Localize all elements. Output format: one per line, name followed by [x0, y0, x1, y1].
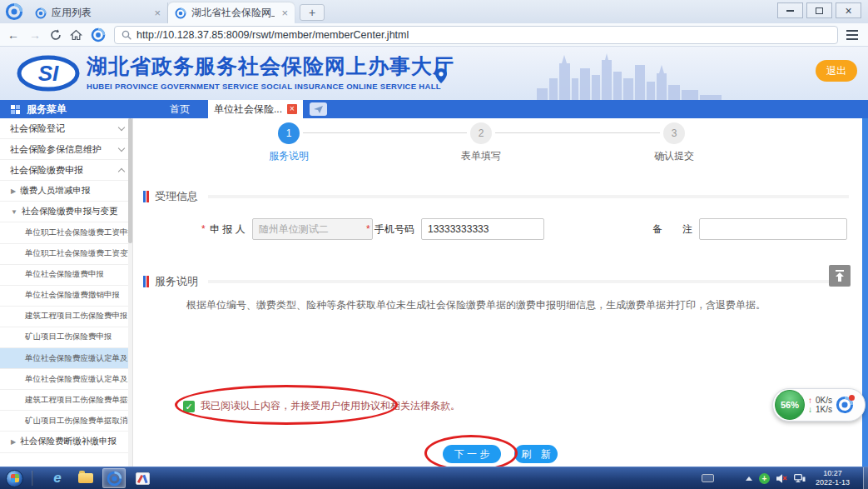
sidebar-item[interactable]: 社会保险缴费申报	[0, 160, 132, 181]
portal-subtitle: HUBEI PROVINCE GOVERNMENT SERVICE SOCIAL…	[87, 82, 454, 91]
refresh-icon[interactable]	[50, 29, 62, 41]
tray-time: 10:27	[816, 469, 850, 478]
sidebar-item[interactable]: 单位职工社会保险缴费工资变更申报	[0, 244, 132, 265]
main-content: 1服务说明2表单填写3确认提交 受理信息 * 申 报 人 * 手机号码 备 注 …	[133, 118, 862, 467]
refresh-button[interactable]: 刷 新	[514, 445, 558, 463]
home-icon[interactable]	[70, 29, 82, 41]
new-tab-button[interactable]: +	[300, 4, 325, 21]
menu-grid-icon	[11, 105, 20, 114]
sidebar-item-label: 单位职工社会保险缴费工资申报	[25, 227, 133, 238]
speed-ball-widget[interactable]: 56% ↑ ↓ 0K/s 1K/s	[772, 388, 866, 422]
section-divider	[208, 280, 849, 283]
tray-expand-icon[interactable]	[746, 477, 752, 481]
field-remark: 备 注	[644, 218, 847, 240]
tray-date: 2022-1-13	[816, 478, 850, 487]
memory-percent: 56%	[781, 400, 799, 410]
next-step-button[interactable]: 下 一 步	[443, 445, 501, 463]
browser-tab-active[interactable]: 湖北省社会保险网上办.. ×	[168, 2, 295, 23]
sidebar-item[interactable]: 矿山项目工伤保险费申报	[0, 327, 132, 348]
scroll-to-top-button[interactable]	[829, 265, 851, 287]
mobile-input[interactable]	[421, 218, 544, 240]
declarant-input[interactable]	[252, 218, 373, 240]
remark-input[interactable]	[699, 218, 847, 240]
taskbar-clock[interactable]: 10:27 2022-1-13	[816, 469, 850, 488]
step-label: 表单填写	[448, 149, 514, 163]
address-bar[interactable]: http://10.128.37.85:8009/rswt/member/mem…	[114, 26, 838, 44]
minimize-icon	[786, 10, 794, 12]
show-desktop-button[interactable]	[863, 467, 868, 489]
step-label: 确认提交	[641, 149, 707, 163]
browser-address-row: ← → http://10.128.37.85:8009/rswt/member…	[0, 23, 868, 47]
sidebar-item-label: 矿山项目工伤保险费申报	[25, 332, 112, 342]
maximize-button[interactable]	[806, 2, 832, 18]
network-icon[interactable]	[794, 474, 806, 483]
agreement-checkbox[interactable]: ✓	[183, 401, 195, 412]
sidebar-item[interactable]: 矿山项目工伤保险费单据取消	[0, 411, 132, 432]
sidebar-item[interactable]: ▶缴费人员增减申报	[0, 181, 132, 202]
field-mobile: * 手机号码	[366, 218, 544, 240]
tab-tool-icon[interactable]	[310, 102, 327, 116]
sidebar-item[interactable]: 社会保险参保信息维护	[0, 139, 132, 160]
sidebar-item[interactable]: ▶社会保险费断缴补缴申报	[0, 432, 132, 452]
triangle-right-icon: ▶	[11, 438, 16, 446]
taskbar-paint-icon[interactable]	[131, 468, 154, 488]
sidebar-scrollbar-thumb[interactable]	[128, 118, 132, 243]
sidebar-item[interactable]: 社会保险登记	[0, 118, 132, 139]
chevron-down-icon	[118, 123, 125, 130]
sidebar-item[interactable]: 单位社会保险费应缴认定单及退费单..	[0, 348, 132, 369]
field-declarant: * 申 报 人	[201, 218, 373, 240]
sidebar-header: 服务菜单	[0, 100, 133, 118]
browser-logo-icon[interactable]	[5, 2, 23, 21]
volume-muted-icon[interactable]	[776, 474, 787, 483]
step-connector	[495, 132, 660, 133]
search-icon	[122, 30, 131, 40]
close-tab-icon[interactable]: ×	[281, 7, 288, 19]
antivirus-tray-icon[interactable]: +	[759, 473, 770, 484]
sidebar-item-label: 缴费人员增减申报	[20, 185, 90, 197]
sidebar-item-label: 社会保险参保信息维护	[10, 143, 119, 156]
content-tab-active[interactable]: 单位社会保险... ×	[208, 100, 303, 118]
sidebar-item[interactable]: 单位社会保险费应缴认定单及退费单..	[0, 369, 132, 390]
menu-icon[interactable]	[846, 30, 861, 40]
start-button[interactable]	[6, 470, 23, 487]
taskbar-ie-icon[interactable]: e	[46, 468, 69, 488]
sidebar-item[interactable]: 单位社会保险缴费撤销申报	[0, 286, 132, 307]
taskbar-explorer-icon[interactable]	[74, 468, 97, 488]
content-tab-label: 单位社会保险...	[214, 102, 282, 117]
sidebar-item[interactable]: 单位社会保险缴费申报	[0, 265, 132, 286]
forward-icon[interactable]: →	[28, 28, 42, 42]
chevron-down-icon	[118, 144, 125, 151]
upload-speed: 0K/s	[816, 396, 832, 405]
browser-tab-app-list[interactable]: 应用列表 ×	[28, 2, 168, 23]
step-indicator: 1服务说明	[255, 122, 322, 163]
sidebar-item[interactable]: 建筑工程项目工伤保险费申报	[0, 307, 132, 327]
browser-tab-strip: 应用列表 × 湖北省社会保险网上办.. × + ×	[0, 0, 868, 23]
content-tab-home[interactable]: 首页	[170, 102, 190, 117]
back-icon[interactable]: ←	[7, 28, 20, 42]
browser-assistant-icon[interactable]	[836, 396, 854, 414]
browser-logo-icon[interactable]	[91, 27, 106, 42]
sidebar-item-label: 单位社会保险费应缴认定单及退费单..	[25, 374, 133, 385]
sidebar-item[interactable]: 单位职工社会保险缴费工资申报	[0, 222, 132, 243]
sidebar-item-label: 单位社会保险缴费撤销申报	[25, 290, 120, 301]
windows-flag-icon	[11, 474, 19, 482]
required-asterisk: *	[201, 223, 208, 235]
page-scrollbar[interactable]	[862, 118, 868, 467]
window-controls: ×	[777, 0, 868, 18]
svg-text:SI: SI	[38, 61, 59, 86]
tab-title: 应用列表	[52, 6, 147, 20]
sidebar-item[interactable]: 建筑工程项目工伤保险费单据撤销	[0, 390, 132, 411]
taskbar-browser-icon[interactable]	[102, 468, 126, 488]
close-tab-icon[interactable]: ×	[154, 7, 161, 19]
sidebar-item[interactable]: ▼社会保险缴费申报与变更	[0, 202, 132, 222]
close-tab-icon[interactable]: ×	[287, 104, 297, 114]
sidebar-item-label: 社会保险登记	[10, 122, 119, 135]
input-method-icon[interactable]	[702, 474, 714, 482]
minimize-button[interactable]	[777, 2, 803, 18]
location-pin-icon[interactable]	[435, 68, 447, 83]
logout-button[interactable]: 退出	[816, 60, 857, 82]
memory-usage-ball[interactable]: 56%	[775, 390, 805, 420]
step-label: 服务说明	[255, 149, 322, 163]
close-button[interactable]: ×	[836, 2, 861, 18]
step-connector	[303, 132, 467, 133]
